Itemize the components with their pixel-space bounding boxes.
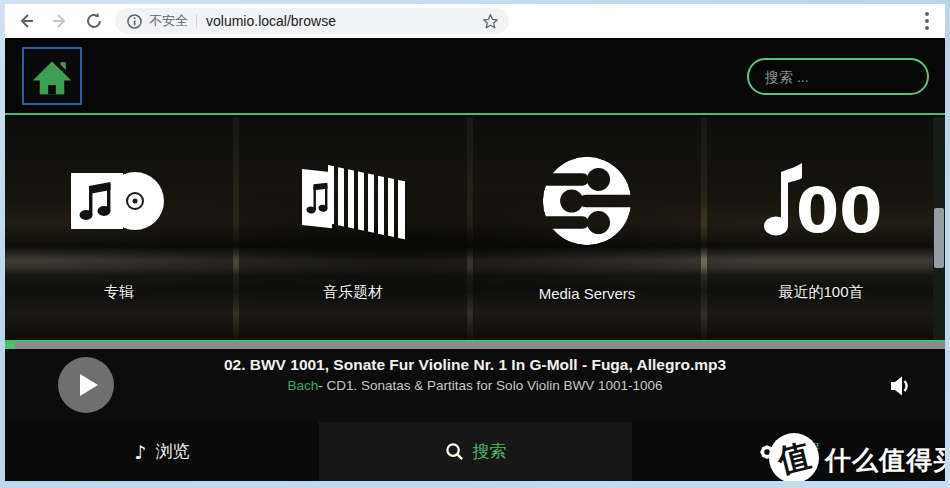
tab-search-label: 搜索	[473, 440, 507, 463]
scrollbar-thumb[interactable]	[934, 208, 944, 268]
back-button[interactable]	[13, 8, 39, 34]
desktop-background: 不安全 volumio.local/browse	[0, 0, 950, 488]
browser-window: 不安全 volumio.local/browse	[5, 4, 945, 481]
volumio-page: 专辑	[5, 38, 945, 481]
tile-label: 最近的100首	[707, 283, 935, 302]
url-divider	[196, 14, 197, 28]
back-icon	[17, 12, 35, 30]
tile-genres[interactable]: 音乐题材	[239, 117, 467, 340]
album-icon	[71, 151, 167, 251]
url-text: volumio.local/browse	[206, 13, 336, 29]
tile-label: 音乐题材	[239, 283, 467, 302]
tab-browse[interactable]: ♪ 浏览	[5, 422, 319, 481]
scrollbar-track[interactable]	[933, 117, 945, 340]
browser-menu-button[interactable]	[919, 8, 935, 34]
last-100-icon: 00	[762, 151, 880, 251]
genres-icon	[298, 151, 408, 251]
home-icon	[29, 54, 75, 98]
track-artist: Bach	[288, 378, 319, 393]
media-servers-icon	[539, 151, 635, 251]
tile-media-servers[interactable]: Media Servers	[473, 117, 701, 340]
tile-label: Media Servers	[473, 285, 701, 302]
menu-dot	[925, 12, 929, 16]
tab-settings[interactable]: 设置	[632, 422, 945, 481]
menu-dot	[925, 26, 929, 30]
security-label: 不安全	[149, 12, 188, 30]
tab-browse-label: 浏览	[156, 440, 190, 463]
tile-albums[interactable]: 专辑	[5, 117, 233, 340]
search-input[interactable]	[747, 58, 929, 95]
seek-bar[interactable]	[5, 342, 945, 349]
tab-search[interactable]: 搜索	[319, 422, 632, 481]
player-bar: 02. BWV 1001, Sonate Fur Violine Nr. 1 I…	[5, 349, 945, 422]
bookmark-star-button[interactable]	[482, 13, 499, 30]
home-button[interactable]	[22, 47, 82, 105]
tile-last-100[interactable]: 00 最近的100首	[707, 117, 935, 340]
browser-toolbar: 不安全 volumio.local/browse	[5, 4, 945, 38]
music-note-icon: ♪	[134, 441, 146, 463]
star-icon	[482, 13, 499, 30]
address-bar[interactable]: 不安全 volumio.local/browse	[115, 8, 509, 34]
svg-text:00: 00	[796, 174, 880, 240]
track-info: 02. BWV 1001, Sonate Fur Violine Nr. 1 I…	[135, 355, 815, 395]
play-icon	[80, 374, 98, 396]
track-subtitle: Bach- CD1. Sonatas & Partitas for Solo V…	[135, 377, 815, 395]
seek-bar-fill	[5, 342, 15, 349]
volume-icon	[888, 374, 912, 398]
refresh-icon	[85, 12, 103, 30]
info-icon	[127, 14, 142, 29]
volumio-header	[5, 38, 945, 115]
tile-label: 专辑	[5, 283, 233, 302]
play-button[interactable]	[58, 357, 114, 413]
forward-icon	[51, 12, 69, 30]
browse-tiles-area: 专辑	[5, 117, 945, 340]
gear-icon	[757, 442, 777, 462]
volume-button[interactable]	[888, 374, 912, 401]
magnifier-icon	[445, 442, 464, 461]
track-title: 02. BWV 1001, Sonate Fur Violine Nr. 1 I…	[135, 355, 815, 375]
refresh-button[interactable]	[81, 8, 107, 34]
track-album: - CD1. Sonatas & Partitas for Solo Violi…	[318, 378, 662, 393]
menu-dot	[925, 19, 929, 23]
bottom-tab-bar: ♪ 浏览 搜索 设置	[5, 422, 945, 481]
tab-settings-label: 设置	[786, 440, 820, 463]
forward-button[interactable]	[47, 8, 73, 34]
